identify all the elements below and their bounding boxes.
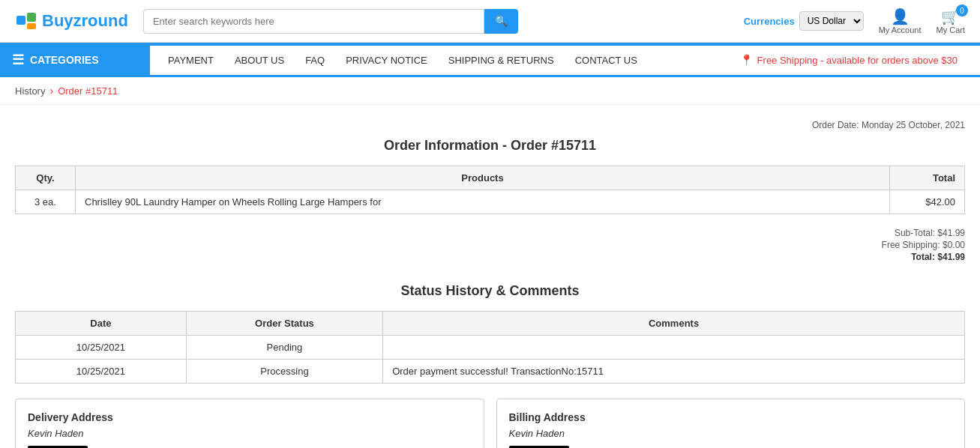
status-row-1: 10/25/2021 Pending <box>16 336 965 360</box>
order-status-header: Order Status <box>186 312 382 336</box>
date-header: Date <box>16 312 187 336</box>
my-cart[interactable]: 🛒 0 My Cart <box>937 7 966 34</box>
breadcrumb: History › Order #15711 <box>0 77 980 105</box>
currencies: Currencies US Dollar Euro GBP <box>744 11 864 31</box>
nav-shipping[interactable]: SHIPPING & RETURNS <box>438 46 565 75</box>
nav-about[interactable]: ABOUT US <box>224 46 295 75</box>
order-date: Order Date: Monday 25 October, 2021 <box>15 120 965 130</box>
status-date-2: 10/25/2021 <box>16 360 187 384</box>
delivery-street <box>28 445 472 448</box>
search-button[interactable]: 🔍 <box>484 9 518 34</box>
nav-contact[interactable]: CONTACT US <box>565 46 648 75</box>
main-content: Order Date: Monday 25 October, 2021 Orde… <box>0 105 980 448</box>
svg-rect-1 <box>27 13 36 22</box>
status-comments-2: Order payment successful! TransactionNo:… <box>383 360 965 384</box>
nav-faq[interactable]: FAQ <box>295 46 335 75</box>
total-value: $41.99 <box>937 252 965 262</box>
svg-rect-2 <box>27 23 36 29</box>
currencies-label: Currencies <box>744 16 795 27</box>
hamburger-icon: ☰ <box>12 52 24 68</box>
search-input[interactable] <box>143 9 484 34</box>
billing-name: Kevin Haden <box>509 428 953 439</box>
delivery-name: Kevin Haden <box>28 428 472 439</box>
order-totals: Sub-Total: $41.99 Free Shipping: $0.00 T… <box>15 222 965 268</box>
free-shipping-row: Free Shipping: $0.00 <box>15 240 965 250</box>
subtotal-row: Sub-Total: $41.99 <box>15 228 965 238</box>
comments-header: Comments <box>383 312 965 336</box>
billing-title: Billing Address <box>509 411 953 423</box>
subtotal-label: Sub-Total: <box>895 228 935 238</box>
order-title: Order Information - Order #15711 <box>15 138 965 154</box>
logo[interactable]: Buyzround <box>15 10 128 32</box>
breadcrumb-separator: › <box>49 85 53 97</box>
status-title: Status History & Comments <box>15 283 965 299</box>
status-comments-1 <box>383 336 965 360</box>
order-row: 3 ea. Chrislley 90L Laundry Hamper on Wh… <box>16 190 965 214</box>
status-table: Date Order Status Comments 10/25/2021 Pe… <box>15 311 965 384</box>
breadcrumb-order: Order #15711 <box>58 85 118 97</box>
navbar: ☰ CATEGORIES PAYMENT ABOUT US FAQ PRIVAC… <box>0 43 980 77</box>
shipping-icon: 📍 <box>740 54 753 66</box>
total-label: Total: <box>911 252 935 262</box>
cart-badge: 0 <box>956 4 968 16</box>
address-section: Delivery Address Kevin Haden Kingwood, T… <box>15 399 965 448</box>
svg-rect-0 <box>16 16 25 25</box>
my-account-label: My Account <box>879 25 922 34</box>
delivery-title: Delivery Address <box>28 411 472 423</box>
delivery-address-box: Delivery Address Kevin Haden Kingwood, T… <box>15 399 484 448</box>
free-shipping-banner: 📍 Free Shipping - available for orders a… <box>725 54 973 66</box>
nav-privacy[interactable]: PRIVACY NOTICE <box>335 46 438 75</box>
currency-select[interactable]: US Dollar Euro GBP <box>799 11 864 31</box>
my-account[interactable]: 👤 My Account <box>879 7 922 34</box>
status-row-2: 10/25/2021 Processing Order payment succ… <box>16 360 965 384</box>
nav-payment[interactable]: PAYMENT <box>157 46 224 75</box>
breadcrumb-history[interactable]: History <box>15 85 45 97</box>
status-value-1: Pending <box>186 336 382 360</box>
search-area: 🔍 <box>143 9 518 34</box>
order-product: Chrislley 90L Laundry Hamper on Wheels R… <box>76 190 890 214</box>
order-table: Qty. Products Total 3 ea. Chrislley 90L … <box>15 166 965 214</box>
nav-links: PAYMENT ABOUT US FAQ PRIVACY NOTICE SHIP… <box>150 46 980 75</box>
header: Buyzround 🔍 Currencies US Dollar Euro GB… <box>0 0 980 43</box>
products-header: Products <box>76 166 890 190</box>
order-item-total: $42.00 <box>890 190 965 214</box>
billing-street <box>509 445 953 448</box>
free-shipping-label: Free Shipping: <box>882 240 940 250</box>
free-shipping-value: $0.00 <box>943 240 965 250</box>
free-shipping-text: Free Shipping - available for orders abo… <box>757 55 958 66</box>
categories-button[interactable]: ☰ CATEGORIES <box>0 43 150 77</box>
qty-header: Qty. <box>16 166 76 190</box>
categories-label: CATEGORIES <box>30 54 99 66</box>
billing-address-box: Billing Address Kevin Haden Kingwood, Te… <box>496 399 966 448</box>
account-icon: 👤 <box>891 7 910 25</box>
grand-total-row: Total: $41.99 <box>15 252 965 262</box>
order-qty: 3 ea. <box>16 190 76 214</box>
total-header: Total <box>890 166 965 190</box>
logo-text: Buyzround <box>42 11 128 31</box>
header-right: Currencies US Dollar Euro GBP 👤 My Accou… <box>744 7 965 34</box>
subtotal-value: $41.99 <box>937 228 965 238</box>
status-date-1: 10/25/2021 <box>16 336 187 360</box>
status-value-2: Processing <box>186 360 382 384</box>
logo-icon <box>15 10 37 32</box>
my-cart-label: My Cart <box>937 25 966 34</box>
